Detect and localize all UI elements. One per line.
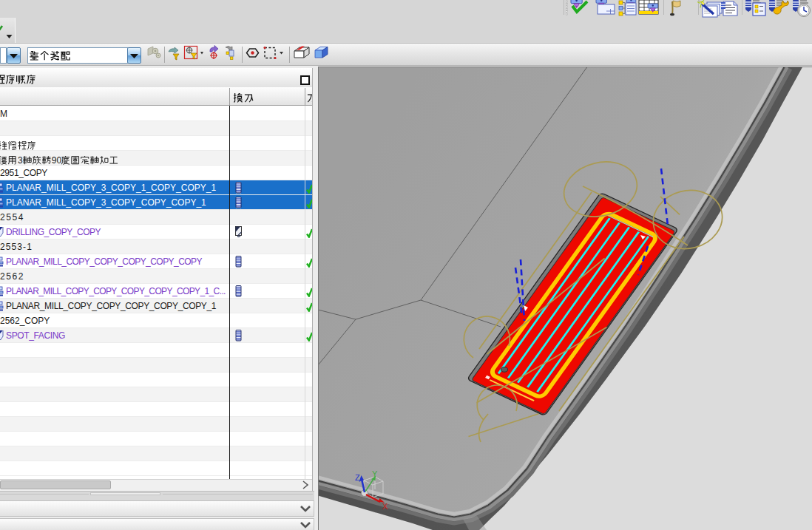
svg-text:Y: Y	[372, 469, 378, 478]
svg-text:X: X	[382, 502, 388, 511]
svg-text:Z: Z	[355, 473, 360, 482]
